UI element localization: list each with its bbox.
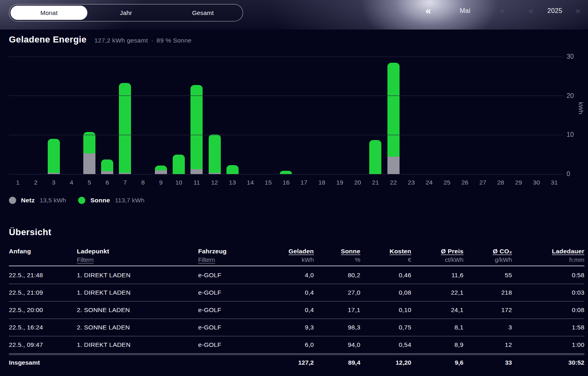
next-month-button[interactable]: » [496,0,508,21]
cell: 218 [463,289,512,296]
column-unit: % [314,256,360,263]
top-bar: Monat Jahr Gesamt « Mai » « 2025 » [0,0,588,30]
x-axis-day-label-29: 29 [510,179,527,186]
tab-jahr[interactable]: Jahr [87,6,164,20]
column-label[interactable]: Ø CO₂ [463,248,512,255]
day-slot-6 [98,57,116,174]
day-slot-14 [241,57,259,174]
column-header-sonne: Sonne% [314,248,360,263]
column-label[interactable]: Ø Preis [411,248,463,255]
cell: 3 [463,324,512,331]
cell: 9,3 [267,324,314,331]
y-axis-tick-label: 20 [567,92,583,100]
day-slot-3 [44,57,62,174]
x-axis-day-label-17: 17 [295,179,313,186]
chevron-double-right-icon: » [575,6,580,15]
netz-segment [387,157,400,174]
bars-layer [9,57,563,174]
column-unit: h:mm [512,256,584,263]
next-year-button[interactable]: » [572,0,584,21]
bar-day-13 [226,165,239,174]
x-axis-day-label-20: 20 [349,179,366,186]
x-axis-day-label-18: 18 [313,179,331,186]
cell: e-GOLF [198,341,267,348]
cell: 94,0 [314,341,360,348]
cell: 11,6 [411,272,463,279]
cell: 1:00 [512,341,584,348]
sonne-segment [387,63,400,157]
sonne-segment [155,166,167,171]
column-header-geladen: GeladenkWh [267,248,314,263]
prev-year-button[interactable]: « [525,0,537,21]
prev-month-button[interactable]: « [422,0,434,21]
chevron-double-right-icon: » [500,6,505,15]
bar-day-9 [155,166,167,174]
gridline-30 [9,57,563,57]
bar-day-7 [119,83,131,174]
sonne-segment [209,134,221,173]
day-slot-12 [205,57,223,174]
chart-title: Geladene Energie [9,34,87,45]
tab-monat[interactable]: Monat [11,6,87,20]
day-slot-7 [116,57,134,174]
filter-link[interactable]: Filtern [77,256,198,263]
y-axis-tick-label: 10 [567,131,583,139]
table-row-1: 22.5., 21:481. DIREKT LADENe-GOLF4,080,2… [9,266,584,284]
column-label: Fahrzeug [198,248,267,255]
x-axis-day-label-4: 4 [63,179,80,186]
cell: 4,0 [267,272,314,279]
bar-day-3 [48,139,60,174]
column-header--co-: Ø CO₂g/kWh [463,248,512,263]
cell: 0,54 [360,341,411,348]
table-total-row: Insgesamt127,289,412,209,63330:52 [9,353,584,370]
bar-day-22 [387,63,400,174]
cell: 6,0 [267,341,314,348]
column-label[interactable]: Sonne [314,248,360,255]
column-header-kosten: Kosten€ [360,248,411,263]
current-year-label: 2025 [538,0,572,21]
table-row-4: 22.5., 16:242. SONNE LADENe-GOLF9,398,30… [9,319,584,336]
current-month-label: Mai [448,0,482,21]
x-axis-day-label-14: 14 [241,179,259,186]
column-header-ladepunkt: LadepunktFiltern [77,248,198,263]
x-axis: 1234567891011121314151617181920212223242… [9,179,563,186]
filter-link[interactable]: Filtern [198,256,267,263]
column-header--preis: Ø Preisct/kWh [411,248,463,263]
period-tab-group: Monat Jahr Gesamt [9,4,243,21]
x-axis-day-label-19: 19 [331,179,349,186]
day-slot-1 [9,57,27,174]
cell: 22.5., 21:48 [9,272,77,279]
x-axis-day-label-28: 28 [492,179,510,186]
x-axis-day-label-12: 12 [205,179,223,186]
legend-value-sonne: 113,7 kWh [115,197,144,204]
day-slot-16 [277,57,295,174]
cell: 0:03 [512,289,584,296]
day-slot-28 [492,57,510,174]
x-axis-day-label-22: 22 [385,179,402,186]
gridline-10 [9,135,563,135]
cell: 24,1 [411,306,463,314]
day-slot-2 [27,57,44,174]
column-label[interactable]: Kosten [360,248,411,255]
cell: 17,1 [314,306,360,314]
x-axis-day-label-21: 21 [366,179,384,186]
netz-legend-dot-icon [9,197,16,204]
x-axis-day-label-8: 8 [134,179,152,186]
cell: e-GOLF [198,272,267,279]
tab-gesamt[interactable]: Gesamt [165,6,241,20]
gridline-20 [9,96,563,96]
cell: 0,08 [360,289,411,296]
day-slot-15 [259,57,277,174]
cell: 27,0 [314,289,360,296]
column-label[interactable]: Ladedauer [512,248,584,255]
cell: e-GOLF [198,289,267,296]
legend-item-netz: Netz 13,5 kWh [9,197,66,204]
sonne-segment [190,85,203,170]
legend-name-sonne: Sonne [90,197,110,204]
x-axis-day-label-11: 11 [188,179,205,186]
day-slot-30 [527,57,545,174]
cell: 1:58 [512,324,584,331]
column-label[interactable]: Geladen [267,248,314,255]
day-slot-13 [224,57,241,174]
y-axis-unit-label: kWh [577,102,584,114]
